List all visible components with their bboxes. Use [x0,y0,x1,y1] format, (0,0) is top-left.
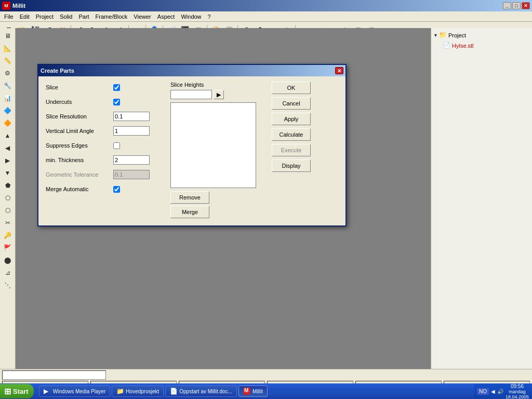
menu-help[interactable]: ? [205,12,214,21]
action-buttons-column: OK Cancel Apply Calculate Execute Displa… [272,82,338,218]
undercuts-row: Undercuts [46,96,165,108]
side-btn-15[interactable]: ✂ [2,217,14,229]
menu-project[interactable]: Project [33,12,57,21]
taskbar-task-1[interactable]: 📁 Hovedprosjekt [112,385,164,397]
folder-icon: 📁 [439,31,447,39]
undercuts-label: Undercuts [46,99,113,105]
start-button[interactable]: ⊞ Start [0,384,34,398]
side-btn-3[interactable]: ⚙ [2,68,14,79]
side-btn-16[interactable]: 🔑 [2,230,14,241]
dialog-title: Create Parts [41,68,335,74]
tree-file-label: Hylse.stl [452,43,474,49]
suppress-edges-checkbox[interactable] [113,142,120,149]
vertical-limit-input[interactable] [113,126,150,136]
cancel-button[interactable]: Cancel [272,97,311,110]
side-btn-12[interactable]: ⬟ [2,180,14,191]
remove-button[interactable]: Remove [170,191,209,204]
side-btn-11[interactable]: ▼ [2,167,14,179]
calculate-button[interactable]: Calculate [272,128,311,141]
slice-row: Slice [46,82,165,93]
taskbar-task-2[interactable]: 📄 Oppstart av Millit.doc... [165,385,237,397]
min-thickness-input[interactable] [113,155,150,165]
apply-button[interactable]: Apply [272,113,311,125]
task-label-2: Oppstart av Millit.doc... [179,389,232,394]
side-btn-1[interactable]: 📐 [2,43,14,54]
side-btn-10[interactable]: ▶ [2,155,14,166]
tree-item-file[interactable]: 📄 Hylse.stl [433,41,530,51]
slice-heights-buttons: Remove Merge [170,191,267,218]
side-btn-2[interactable]: 📏 [2,55,14,66]
merge-automatic-checkbox[interactable] [113,186,120,193]
execute-button[interactable]: Execute [272,144,311,156]
status-row-1 [0,369,532,381]
slice-resolution-row: Slice Resolution [46,111,165,122]
expand-icon: ▼ [433,33,438,38]
dialog-body: Slice Undercuts Slice Resolution [46,82,338,218]
side-btn-6[interactable]: 🔷 [2,105,14,116]
app-icon: M [2,2,10,10]
taskbar-task-0[interactable]: ▶ Windows Media Player [39,385,111,397]
dialog-titlebar: Create Parts ✕ [38,65,345,76]
task-label-1: Hovedprosjekt [126,389,159,394]
dialog-close-button[interactable]: ✕ [335,67,343,74]
slice-heights-section: Slice Heights ▶ Remove Merge [170,82,267,218]
menu-bar: File Edit Project Solid Part Frame/Block… [0,11,532,22]
file-icon: 📄 [443,42,451,50]
min-thickness-row: min. Thickness [46,154,165,166]
maximize-button[interactable]: □ [512,2,521,9]
menu-aspect[interactable]: Aspect [154,12,178,21]
side-btn-4[interactable]: 🔧 [2,80,14,91]
start-icon: ⊞ [4,387,11,396]
side-btn-19[interactable]: ⊿ [2,267,14,278]
menu-viewer[interactable]: Viewer [130,12,154,21]
system-tray: NO ◀ 🔊 09:56 mandag 18.04.2005 [474,384,532,398]
slice-resolution-input[interactable] [113,112,150,121]
slice-checkbox[interactable] [113,84,120,91]
slice-heights-arrow-button[interactable]: ▶ [214,90,224,99]
side-btn-17[interactable]: 🚩 [2,242,14,254]
ok-button[interactable]: OK [272,82,311,94]
slice-label: Slice [46,84,113,90]
geometric-tolerance-label: Geometric Tolerance [46,171,113,178]
close-button[interactable]: ✕ [522,2,530,9]
project-tree-panel: ▼ 📁 Project 📄 Hylse.stl [431,28,532,369]
side-btn-14[interactable]: ⬡ [2,205,14,216]
side-btn-18[interactable]: ⬤ [2,255,14,266]
task-icon-3: M [243,388,250,395]
tree-item-project[interactable]: ▼ 📁 Project [433,30,530,41]
menu-part[interactable]: Part [75,12,92,21]
task-icon-1: 📁 [116,388,124,395]
menu-edit[interactable]: Edit [17,12,33,21]
side-btn-0[interactable]: 🖥 [2,30,14,42]
slice-heights-input[interactable] [170,90,212,99]
tree-project-label: Project [448,32,466,38]
slice-resolution-label: Slice Resolution [46,113,113,119]
taskbar-task-3[interactable]: M Millit [238,385,268,397]
task-label-3: Millit [252,389,263,394]
slice-heights-input-row: ▶ [170,90,267,99]
tray-date-value: 18.04.2005 [506,394,529,400]
left-sidebar: 🖥 📐 📏 ⚙ 🔧 📊 🔷 🔶 ▲ ◀ ▶ ▼ ⬟ ⬠ ⬡ ✂ 🔑 🚩 ⬤ ⊿ … [0,28,16,369]
create-parts-dialog: Create Parts ✕ Slice Undercuts [37,64,347,227]
slice-heights-list[interactable] [170,102,256,188]
minimize-button[interactable]: _ [503,2,511,9]
task-icon-0: ▶ [44,388,51,395]
side-btn-13[interactable]: ⬠ [2,192,14,204]
side-btn-5[interactable]: 📊 [2,92,14,104]
tray-time-value: 09:56 [506,383,529,389]
side-btn-7[interactable]: 🔶 [2,117,14,129]
merge-button[interactable]: Merge [170,206,209,218]
display-button[interactable]: Display [272,159,311,172]
menu-window[interactable]: Window [178,12,204,21]
status-field-main [2,370,106,380]
undercuts-checkbox[interactable] [113,99,120,105]
side-btn-8[interactable]: ▲ [2,130,14,141]
side-btn-9[interactable]: ◀ [2,142,14,154]
geometric-tolerance-input [113,170,150,179]
menu-solid[interactable]: Solid [57,12,75,21]
menu-file[interactable]: File [1,12,17,21]
tray-icon-1: 🔊 [497,389,503,394]
taskbar-tasks: ▶ Windows Media Player 📁 Hovedprosjekt 📄… [37,385,474,397]
menu-frameblock[interactable]: Frame/Block [92,12,131,21]
side-btn-20[interactable]: ⋱ [2,280,14,291]
